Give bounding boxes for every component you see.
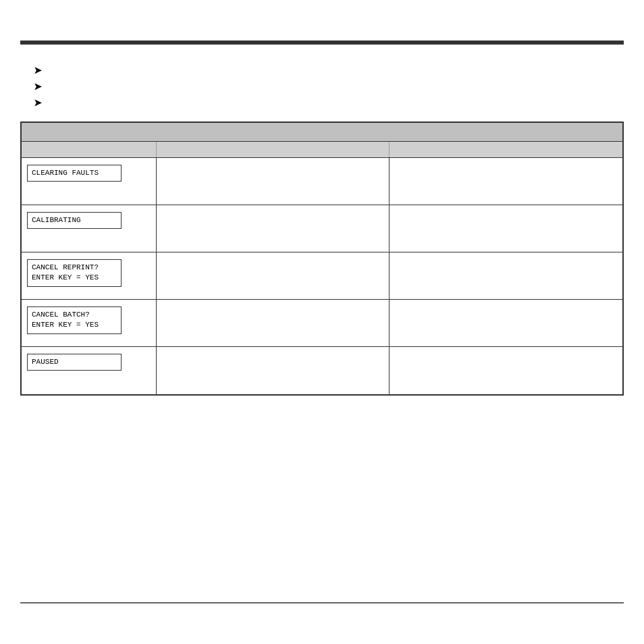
table-cell-4-2: [157, 300, 390, 346]
table-cell-2-3: [390, 205, 622, 252]
lcd-display-calibrating: CALIBRATING: [27, 212, 122, 229]
subheader-col3: [390, 142, 622, 157]
main-table: CLEARING FAULTS CALIBRATING CANCEL REPRI…: [20, 122, 624, 396]
subheader-col1: [22, 142, 157, 157]
table-row: CANCEL REPRINT?ENTER KEY = YES: [22, 252, 622, 300]
table-cell-4-3: [390, 300, 622, 346]
table-row: PAUSED: [22, 347, 622, 394]
lcd-display-cancel-reprint: CANCEL REPRINT?ENTER KEY = YES: [27, 259, 122, 287]
table-row: CANCEL BATCH?ENTER KEY = YES: [22, 300, 622, 347]
bullet-list: ➤ ➤ ➤: [34, 65, 610, 108]
table-row: CLEARING FAULTS: [22, 158, 622, 205]
table-cell-3-1: CANCEL REPRINT?ENTER KEY = YES: [22, 252, 157, 299]
bottom-border: [20, 602, 624, 603]
table-cell-5-2: [157, 347, 390, 394]
table-cell-5-3: [390, 347, 622, 394]
top-border: [20, 41, 624, 45]
bullet-arrow-2: ➤: [34, 81, 42, 92]
table-header: [22, 123, 622, 142]
lcd-display-cancel-batch: CANCEL BATCH?ENTER KEY = YES: [27, 306, 122, 334]
bullet-arrow-3: ➤: [34, 97, 42, 108]
table-cell-5-1: PAUSED: [22, 347, 157, 394]
table-cell-1-3: [390, 158, 622, 205]
table-row: CALIBRATING: [22, 205, 622, 252]
table-cell-4-1: CANCEL BATCH?ENTER KEY = YES: [22, 300, 157, 346]
table-cell-2-2: [157, 205, 390, 252]
table-cell-3-2: [157, 252, 390, 299]
lcd-display-clearing-faults: CLEARING FAULTS: [27, 165, 122, 182]
bullet-arrow-1: ➤: [34, 65, 42, 76]
table-cell-1-2: [157, 158, 390, 205]
table-cell-2-1: CALIBRATING: [22, 205, 157, 252]
table-cell-3-3: [390, 252, 622, 299]
bullet-item-3: ➤: [34, 97, 610, 108]
bullet-item-2: ➤: [34, 81, 610, 92]
table-cell-1-1: CLEARING FAULTS: [22, 158, 157, 205]
table-subheader: [22, 142, 622, 158]
subheader-col2: [157, 142, 390, 157]
bullet-item-1: ➤: [34, 65, 610, 76]
lcd-display-paused: PAUSED: [27, 354, 122, 371]
